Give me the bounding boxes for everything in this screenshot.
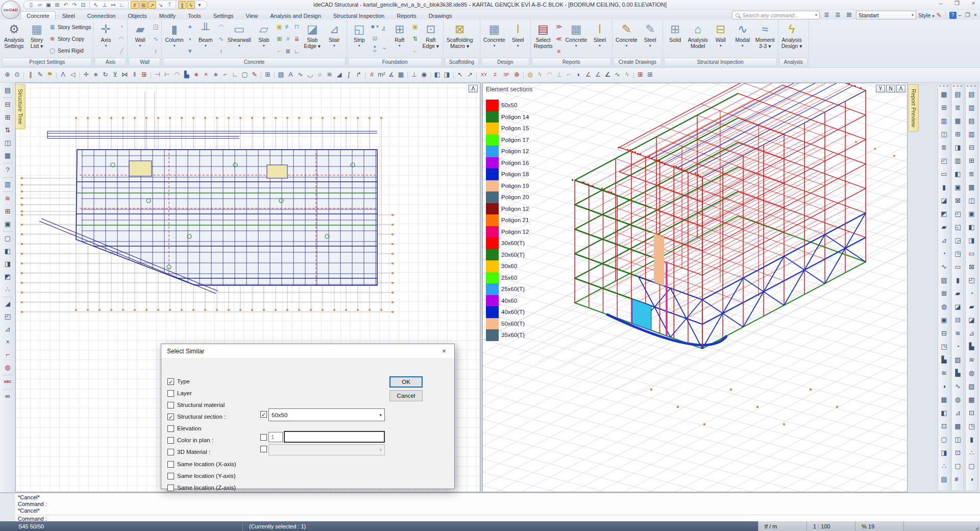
pin-icon[interactable]: ⊥ [554, 70, 564, 80]
trim-icon[interactable]: ⊣ [153, 70, 162, 80]
corner-wall-icon[interactable]: ◳ [152, 22, 160, 31]
raft-span-icon[interactable]: ⇅ [411, 35, 419, 43]
tool-icon[interactable]: ▤ [966, 88, 977, 101]
copy-story-icon[interactable]: ⊟ [2, 99, 14, 111]
graph-color-icon[interactable]: ∿ [612, 70, 622, 80]
compass-icon[interactable]: Λ [58, 70, 68, 80]
tool-icon[interactable]: ◔ [939, 247, 949, 260]
curved-beam-icon[interactable]: ◠ [217, 22, 225, 31]
material-combobox[interactable]: ▾ [268, 444, 385, 455]
extend-icon[interactable]: ⊢ [162, 70, 172, 80]
tool-icon[interactable]: ◫ [966, 194, 977, 207]
open-icon[interactable]: ▱ [36, 1, 44, 9]
tool-icon[interactable]: ▤ [952, 88, 963, 101]
tool-icon[interactable]: ⊞ [952, 128, 963, 141]
tool-icon[interactable]: ▥ [952, 154, 963, 167]
zoom-window-icon[interactable]: ⊕ [3, 70, 12, 80]
group-icon[interactable]: ◧ [2, 245, 14, 258]
concrete-reports-button[interactable]: ▦Concrete▾ [564, 20, 589, 57]
align-bottom-icon[interactable]: ⊻ [110, 70, 120, 80]
minimize-button[interactable]: – [936, 0, 945, 7]
raft-edge-button[interactable]: ⊡RaftEdge ▾ [420, 20, 442, 57]
tool-icon[interactable]: ◔ [966, 287, 977, 300]
wall-inspection-button[interactable]: ⊟Wall▾ [710, 20, 731, 57]
report-doc-icon[interactable]: ▥ [2, 178, 14, 191]
restore-button[interactable]: ❐ [952, 0, 962, 7]
tool-icon[interactable]: ◑ [966, 473, 977, 486]
menu-tab-tools[interactable]: Tools [182, 12, 207, 19]
points-icon[interactable]: ∴ [2, 283, 14, 296]
tool-icon[interactable]: ▣ [952, 181, 963, 194]
semi-rigid-button[interactable]: ▢Semi Rigid [48, 46, 91, 55]
slab-opening-icon[interactable]: ▣ [275, 22, 283, 31]
tool-icon[interactable]: ≣ [939, 141, 949, 154]
line-axis-icon[interactable]: ╱ [117, 47, 126, 55]
tool-icon[interactable]: ▰ [952, 287, 963, 300]
ramp-icon[interactable]: ⊿ [2, 323, 14, 336]
ok-button[interactable]: OK [389, 376, 423, 388]
save-icon[interactable]: ▣ [44, 1, 53, 9]
corner-snap-icon[interactable]: ∟ [118, 1, 126, 9]
analysis-design-button[interactable]: ϟAnalysisDesign ▾ [780, 20, 804, 57]
polygon-column-icon[interactable]: ◗ [186, 35, 194, 43]
tool-icon[interactable]: ▤ [966, 114, 977, 128]
slope-icon[interactable]: ◢ [2, 298, 14, 310]
tool-icon[interactable]: ⊿ [966, 327, 977, 340]
raft-button[interactable]: ⊞Raft▾ [389, 20, 410, 57]
undo-view-icon[interactable]: ⊡ [79, 1, 87, 9]
perpendicular-icon[interactable]: ⊥ [101, 1, 109, 9]
redo-icon[interactable]: ↷ [70, 1, 79, 9]
corner-yellow-icon[interactable]: ⌐ [564, 70, 574, 80]
tool-icon[interactable]: ◳ [952, 247, 963, 260]
raft-corner-icon[interactable]: ⌐ [411, 47, 419, 55]
build-story-icon[interactable]: ▦ [2, 150, 14, 162]
dialog-close-icon[interactable]: × [434, 345, 454, 357]
window-split-2-icon[interactable]: ◨ [442, 70, 452, 80]
slab-axes-icon[interactable]: # [284, 35, 292, 43]
osnap-bolt-icon[interactable]: ϟ [187, 1, 195, 9]
tool-icon[interactable]: ▮ [952, 274, 963, 287]
import-report-icon[interactable]: ≪ [555, 35, 563, 43]
tool-icon[interactable]: ▙ [966, 340, 977, 353]
polyline-icon[interactable]: ∿ [296, 70, 305, 80]
object-info-icon[interactable]: ? [2, 164, 14, 177]
tool-icon[interactable]: ◫ [939, 128, 949, 141]
chamfer-icon[interactable]: ∟ [230, 70, 240, 80]
bolt-icon[interactable]: ϟ [622, 70, 632, 80]
dome-yellow-icon[interactable]: ◠ [545, 70, 554, 80]
story-settings-button[interactable]: ≣Story Settings [48, 22, 91, 32]
curved-wall-icon[interactable]: ∿ [152, 35, 160, 43]
rotate-icon[interactable]: ↻ [101, 70, 110, 80]
form-editor-icon[interactable]: ▤ [2, 84, 14, 97]
tool-icon[interactable]: ◳ [966, 420, 977, 433]
tool-icon[interactable]: ▧ [939, 274, 949, 287]
color-index-field[interactable]: 1 [268, 432, 283, 442]
tool-icon[interactable]: ▦ [939, 393, 949, 406]
north-button[interactable]: N [886, 85, 895, 92]
checkbox-3d-material-[interactable] [167, 449, 174, 455]
tool-icon[interactable]: ◑ [939, 380, 949, 393]
coord-target-icon[interactable]: ⊕ [512, 70, 522, 80]
tool-icon[interactable]: ▰ [966, 300, 977, 313]
tool-icon[interactable]: ▩ [966, 393, 977, 406]
undo-icon[interactable]: ↶ [62, 1, 70, 9]
tool-icon[interactable]: ◨ [939, 446, 949, 460]
tool-icon[interactable]: ▭ [952, 260, 963, 274]
cloud-icon[interactable]: ≋ [325, 70, 334, 80]
arc-beam-icon[interactable]: ≀ [217, 47, 225, 55]
tool-icon[interactable]: ▦ [952, 114, 963, 128]
break-icon[interactable]: ∗ [191, 70, 201, 80]
tool-icon[interactable]: ∴ [939, 460, 949, 473]
layer-down-icon[interactable]: ≣ [833, 10, 843, 20]
tool-icon[interactable]: ◍ [939, 300, 949, 313]
concrete-drawings-button[interactable]: ✎Concrete▾ [614, 20, 639, 57]
node-flag-icon[interactable]: ⚑ [45, 70, 55, 80]
tool-icon[interactable]: ▦ [966, 181, 977, 194]
paste-story-icon[interactable]: ⊞ [2, 111, 14, 124]
analysis-model-button[interactable]: ⌂AnalysisModel [687, 20, 709, 57]
app-logo-icon[interactable]: ideCAD [1, 1, 20, 19]
model-3d-view[interactable]: Element sections 50x50Poligon 14Poligon … [482, 83, 908, 492]
filter-button[interactable]: Y [876, 85, 885, 92]
tool-icon[interactable]: ▩ [939, 88, 949, 101]
snap-cross-icon[interactable]: ∗ [211, 70, 220, 80]
